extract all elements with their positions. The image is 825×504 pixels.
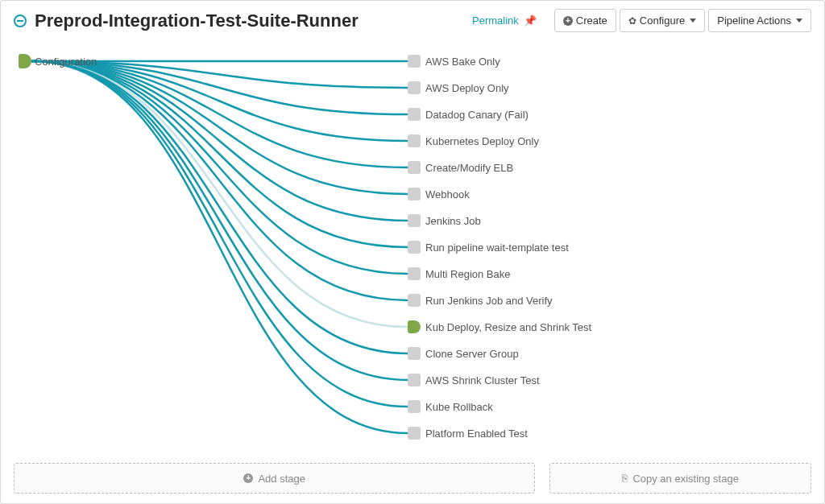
stage-marker-icon	[408, 267, 421, 280]
stage-label: Webhook	[425, 188, 470, 200]
stage-marker-icon	[408, 294, 421, 307]
stage-label: Run Jenkins Job and Verify	[425, 295, 553, 307]
stage-marker-icon	[408, 81, 421, 94]
stage-node[interactable]: Run pipeline wait-template test	[408, 239, 569, 255]
stage-label: Multi Region Bake	[425, 268, 511, 280]
stage-marker-icon	[408, 241, 421, 254]
stage-node[interactable]: Platform Enabled Test	[408, 425, 528, 441]
stage-node[interactable]: Kubernetes Deploy Only	[408, 133, 539, 149]
start-node-label: Configuration	[35, 56, 97, 68]
stage-label: Clone Server Group	[425, 348, 519, 360]
start-node[interactable]: Configuration	[35, 53, 97, 69]
stage-marker-icon	[408, 427, 421, 440]
collapse-toggle-icon[interactable]	[14, 14, 27, 27]
stage-label: Kubernetes Deploy Only	[425, 135, 539, 147]
stage-marker-icon	[408, 347, 421, 360]
stage-node[interactable]: Kube Rollback	[408, 399, 493, 415]
pipeline-actions-button[interactable]: Pipeline Actions	[708, 9, 811, 32]
start-node-marker[interactable]	[19, 54, 31, 68]
stage-node[interactable]: Jenkins Job	[408, 213, 481, 229]
create-button-label: Create	[576, 14, 607, 27]
stage-node[interactable]: AWS Shrink Cluster Test	[408, 372, 540, 388]
stage-node[interactable]: AWS Deploy Only	[408, 80, 509, 96]
stage-marker-icon	[408, 400, 421, 413]
chevron-down-icon	[690, 19, 696, 23]
header: Preprod-Integration-Test-Suite-Runner Pe…	[1, 1, 824, 42]
stage-label: Run pipeline wait-template test	[425, 242, 569, 254]
stage-marker-icon	[408, 134, 421, 147]
stage-node[interactable]: Clone Server Group	[408, 345, 519, 361]
configure-button-label: Configure	[640, 14, 685, 27]
pipeline-panel: Preprod-Integration-Test-Suite-Runner Pe…	[0, 0, 825, 504]
pin-icon[interactable]: 📌	[524, 14, 537, 27]
pipeline-graph: Configuration AWS Bake OnlyAWS Deploy On…	[1, 42, 824, 444]
stage-label: AWS Deploy Only	[425, 82, 509, 94]
stage-node[interactable]: Kub Deploy, Resize and Shrink Test	[408, 319, 591, 335]
stage-label: Kub Deploy, Resize and Shrink Test	[425, 321, 591, 333]
add-stage-label: Add stage	[258, 473, 305, 485]
stage-label: AWS Shrink Cluster Test	[425, 374, 540, 386]
pipeline-actions-label: Pipeline Actions	[717, 14, 791, 27]
copy-icon: ⎘	[622, 473, 628, 484]
stage-node[interactable]: Multi Region Bake	[408, 266, 511, 282]
plus-icon: +	[563, 16, 573, 26]
pipeline-title: Preprod-Integration-Test-Suite-Runner	[35, 10, 359, 31]
stage-label: Kube Rollback	[425, 401, 493, 413]
add-stage-button[interactable]: + Add stage	[14, 463, 535, 494]
stage-marker-icon	[408, 108, 421, 121]
stage-label: Platform Enabled Test	[425, 428, 528, 440]
stage-marker-icon	[408, 374, 421, 386]
configure-button[interactable]: ✿ Configure	[620, 9, 705, 32]
create-button[interactable]: + Create	[554, 9, 616, 32]
stage-marker-icon	[408, 214, 421, 227]
plus-icon: +	[243, 473, 253, 483]
gear-icon: ✿	[628, 15, 636, 27]
chevron-down-icon	[796, 19, 802, 23]
copy-stage-button[interactable]: ⎘ Copy an existing stage	[549, 463, 811, 494]
stage-label: AWS Bake Only	[425, 56, 500, 68]
stage-marker-icon	[408, 55, 421, 68]
stage-node[interactable]: Webhook	[408, 186, 470, 202]
stage-label: Datadog Canary (Fail)	[425, 109, 529, 121]
stage-label: Create/Modify ELB	[425, 162, 513, 174]
stage-marker-icon	[408, 188, 421, 200]
stage-marker-icon	[408, 161, 421, 174]
stage-node[interactable]: Run Jenkins Job and Verify	[408, 292, 553, 308]
stage-marker-selected-icon	[408, 320, 421, 333]
copy-stage-label: Copy an existing stage	[632, 473, 739, 485]
stage-node[interactable]: Datadog Canary (Fail)	[408, 106, 529, 122]
stage-label: Jenkins Job	[425, 215, 481, 227]
stage-node[interactable]: Create/Modify ELB	[408, 159, 513, 176]
stage-node[interactable]: AWS Bake Only	[408, 53, 500, 69]
permalink-link[interactable]: Permalink	[472, 14, 519, 27]
footer-actions: + Add stage ⎘ Copy an existing stage	[14, 463, 811, 494]
